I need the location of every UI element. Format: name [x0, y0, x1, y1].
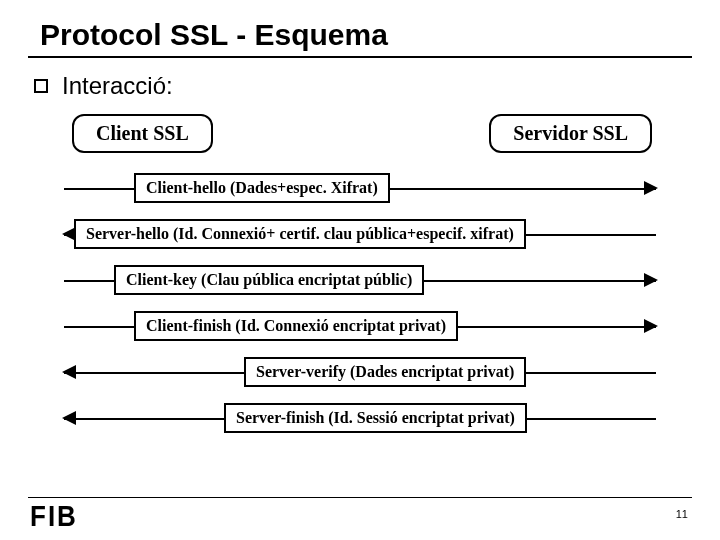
message-row: Server-finish (Id. Sessió encriptat priv… [64, 401, 656, 435]
bullet-item: Interacció: [34, 72, 692, 100]
slide-title: Protocol SSL - Esquema [28, 18, 692, 56]
message-row: Client-hello (Dades+espec. Xifrat) [64, 171, 656, 205]
fib-logo: FIB [30, 499, 78, 533]
message-label: Server-finish (Id. Sessió encriptat priv… [224, 403, 527, 433]
message-label: Client-key (Clau pública encriptat públi… [114, 265, 424, 295]
message-label: Client-hello (Dades+espec. Xifrat) [134, 173, 390, 203]
message-area: Client-hello (Dades+espec. Xifrat)Server… [28, 171, 692, 435]
client-box: Client SSL [72, 114, 213, 153]
message-row: Server-hello (Id. Connexió+ certif. clau… [64, 217, 656, 251]
arrow-right-icon [644, 181, 658, 195]
arrow-right-icon [644, 273, 658, 287]
message-label: Client-finish (Id. Connexió encriptat pr… [134, 311, 458, 341]
server-box: Servidor SSL [489, 114, 652, 153]
bullet-label: Interacció: [62, 72, 173, 100]
title-divider [28, 56, 692, 58]
bullet-square-icon [34, 79, 48, 93]
arrow-right-icon [644, 319, 658, 333]
arrow-left-icon [62, 411, 76, 425]
message-row: Client-finish (Id. Connexió encriptat pr… [64, 309, 656, 343]
message-label: Server-verify (Dades encriptat privat) [244, 357, 526, 387]
arrow-left-icon [62, 365, 76, 379]
message-row: Server-verify (Dades encriptat privat) [64, 355, 656, 389]
footer-divider [28, 497, 692, 498]
message-label: Server-hello (Id. Connexió+ certif. clau… [74, 219, 526, 249]
page-number: 11 [676, 508, 688, 520]
actor-row: Client SSL Servidor SSL [28, 114, 692, 153]
message-row: Client-key (Clau pública encriptat públi… [64, 263, 656, 297]
